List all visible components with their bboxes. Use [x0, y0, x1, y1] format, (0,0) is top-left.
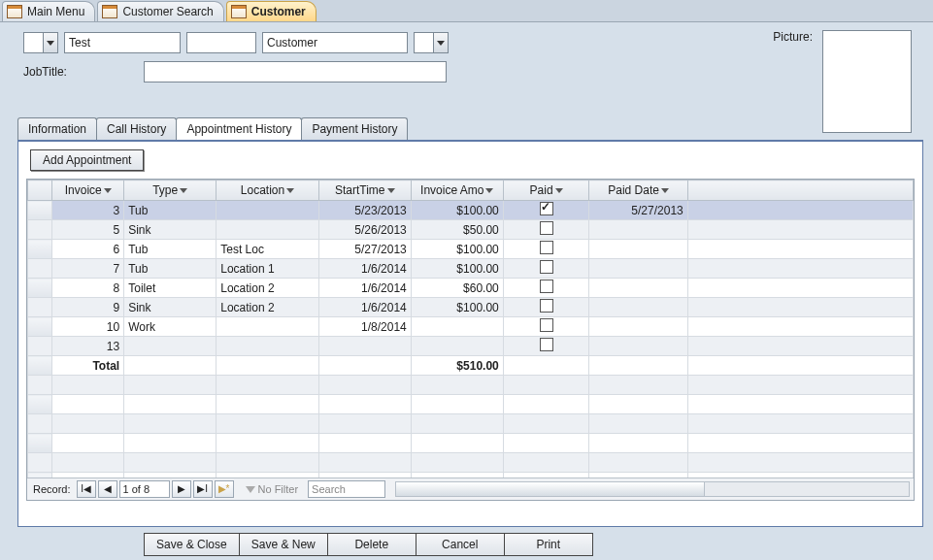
- total-row: Total$510.00: [28, 356, 914, 376]
- picture-box[interactable]: [822, 30, 912, 133]
- first-name-field[interactable]: Test: [64, 32, 181, 53]
- cancel-button[interactable]: Cancel: [416, 533, 505, 556]
- row-selector[interactable]: [28, 240, 52, 259]
- print-button[interactable]: Print: [504, 533, 593, 556]
- empty-row: [28, 414, 914, 434]
- row-selector[interactable]: [28, 298, 52, 317]
- col-paid[interactable]: Paid: [503, 181, 589, 201]
- chevron-down-icon: [387, 188, 395, 193]
- picture-label: Picture:: [773, 30, 813, 133]
- nav-first-button[interactable]: I◀: [77, 480, 96, 498]
- mdi-tab-bar: Main MenuCustomer SearchCustomer: [0, 0, 933, 22]
- paid-checkbox[interactable]: [540, 241, 553, 254]
- paid-checkbox[interactable]: [540, 338, 553, 351]
- last-name-field[interactable]: Customer: [262, 32, 408, 53]
- save-new-button[interactable]: Save & New: [239, 533, 328, 556]
- customer-header: Test Customer JobTitle: Picture:: [0, 22, 933, 86]
- mdi-tab-main-menu[interactable]: Main Menu: [2, 1, 95, 21]
- record-label: Record:: [33, 483, 71, 495]
- col-invoice-amo[interactable]: Invoice Amo: [411, 181, 503, 201]
- row-selector[interactable]: [28, 220, 52, 240]
- middle-name-field[interactable]: [186, 32, 256, 53]
- add-appointment-button[interactable]: Add Appointment: [30, 149, 144, 171]
- paid-checkbox[interactable]: [540, 202, 553, 215]
- nav-position[interactable]: 1 of 8: [119, 480, 170, 498]
- paid-checkbox[interactable]: [540, 280, 553, 293]
- delete-button[interactable]: Delete: [327, 533, 417, 556]
- save-close-button[interactable]: Save & Close: [144, 533, 240, 556]
- row-selector[interactable]: [28, 317, 52, 337]
- suffix-combo[interactable]: [414, 32, 449, 53]
- form-icon: [231, 5, 247, 18]
- chevron-down-icon: [485, 188, 493, 193]
- mdi-tab-customer-search[interactable]: Customer Search: [97, 1, 223, 21]
- col-paid-date[interactable]: Paid Date: [589, 181, 687, 201]
- paid-checkbox[interactable]: [540, 318, 553, 332]
- tab-call-history[interactable]: Call History: [96, 117, 177, 140]
- appointment-history-page: Add Appointment InvoiceTypeLocationStart…: [17, 140, 923, 527]
- paid-checkbox[interactable]: [540, 221, 553, 235]
- nav-last-button[interactable]: ▶I: [193, 480, 213, 498]
- chevron-down-icon: [286, 188, 294, 193]
- col-starttime[interactable]: StartTime: [318, 181, 411, 201]
- table-row[interactable]: 13: [28, 337, 914, 356]
- col-location[interactable]: Location: [217, 181, 319, 201]
- row-selector[interactable]: [28, 259, 52, 279]
- paid-checkbox[interactable]: [540, 299, 553, 313]
- empty-row: [28, 434, 914, 453]
- mdi-tab-customer[interactable]: Customer: [226, 1, 317, 21]
- chevron-down-icon: [180, 188, 187, 193]
- form-button-row: Save & CloseSave & NewDeleteCancelPrint: [144, 533, 933, 556]
- table-row[interactable]: 8ToiletLocation 21/6/2014$60.00: [28, 279, 914, 298]
- appointment-grid: InvoiceTypeLocationStartTimeInvoice AmoP…: [26, 179, 915, 501]
- select-all-cell[interactable]: [28, 181, 52, 201]
- paid-checkbox[interactable]: [540, 260, 553, 274]
- tab-payment-history[interactable]: Payment History: [301, 117, 408, 140]
- tab-appointment-history[interactable]: Appointment History: [176, 117, 302, 140]
- row-selector[interactable]: [28, 201, 52, 220]
- table-row[interactable]: 6TubTest Loc5/27/2013$100.00: [28, 240, 914, 259]
- table-row[interactable]: 7TubLocation 11/6/2014$100.00: [28, 259, 914, 279]
- record-navigator: Record: I◀ ◀ 1 of 8 ▶ ▶I ▶* No Filter Se…: [27, 478, 914, 500]
- table-row[interactable]: 9SinkLocation 21/6/2014$100.00: [28, 298, 914, 317]
- row-selector[interactable]: [28, 279, 52, 298]
- table-row[interactable]: 10Work1/8/2014: [28, 317, 914, 337]
- title-combo[interactable]: [23, 32, 58, 53]
- form-icon: [7, 5, 22, 18]
- jobtitle-field[interactable]: [144, 61, 447, 82]
- horizontal-scrollbar[interactable]: [395, 481, 910, 497]
- nav-prev-button[interactable]: ◀: [98, 480, 117, 498]
- empty-row: [28, 453, 914, 473]
- nav-next-button[interactable]: ▶: [172, 480, 191, 498]
- no-filter-indicator[interactable]: No Filter: [246, 483, 299, 495]
- empty-row: [28, 376, 914, 395]
- nav-new-button[interactable]: ▶*: [215, 480, 234, 498]
- col-type[interactable]: Type: [124, 181, 217, 201]
- chevron-down-icon: [555, 188, 563, 193]
- funnel-icon: [246, 486, 255, 493]
- row-selector[interactable]: [28, 337, 52, 356]
- tab-information[interactable]: Information: [17, 117, 97, 140]
- col-invoice[interactable]: Invoice: [52, 181, 124, 201]
- empty-row: [28, 395, 914, 414]
- table-row[interactable]: 5Sink5/26/2013$50.00: [28, 220, 914, 240]
- chevron-down-icon: [104, 188, 112, 193]
- chevron-down-icon: [661, 188, 669, 193]
- table-row[interactable]: 3Tub5/23/2013$100.005/27/2013: [28, 201, 914, 220]
- form-icon: [102, 5, 117, 18]
- jobtitle-label: JobTitle:: [23, 65, 76, 79]
- search-input[interactable]: Search: [308, 480, 385, 498]
- col-blank: [687, 181, 913, 201]
